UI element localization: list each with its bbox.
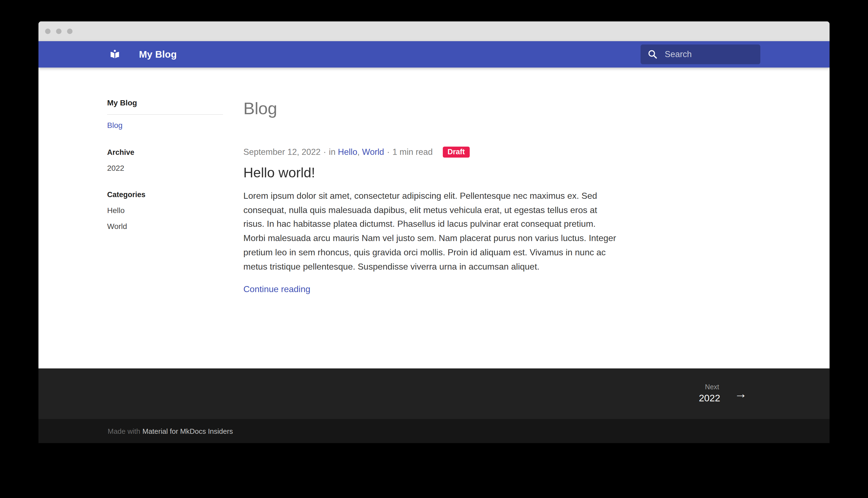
content-grid: My Blog Blog Archive 2022 Categories Hel… (99, 67, 769, 368)
post-read-time: 1 min read (392, 147, 432, 157)
next-direction-label: Next (699, 383, 720, 391)
page-title: Blog (243, 99, 621, 119)
sidebar-nav: My Blog Blog Archive 2022 Categories Hel… (99, 67, 236, 368)
footer-pagination: Next 2022 → (38, 368, 830, 419)
sidebar-divider (107, 114, 223, 115)
browser-titlebar (38, 22, 830, 41)
main-column: Blog September 12, 2022 · in Hello, Worl… (236, 67, 621, 368)
post-excerpt: Lorem ipsum dolor sit amet, consectetur … (243, 189, 619, 273)
traffic-light-minimize-icon[interactable] (56, 28, 62, 34)
footer-meta-bar: Made with Material for MkDocs Insiders (38, 419, 830, 443)
sidebar-section-categories-title: Categories (107, 191, 236, 199)
post-date: September 12, 2022 (243, 147, 321, 157)
arrow-right-icon: → (735, 388, 747, 400)
sidebar-item-hello[interactable]: Hello (107, 206, 236, 215)
app-header-inner: My Blog (99, 41, 769, 67)
post-category-link-hello[interactable]: Hello (338, 147, 358, 157)
sidebar-item-blog[interactable]: Blog (107, 121, 122, 130)
sidebar-item-2022[interactable]: 2022 (107, 163, 236, 172)
sidebar-item-world[interactable]: World (107, 222, 236, 231)
browser-window: My Blog My Blog Blog Archive (38, 22, 830, 443)
meta-separator: · (387, 147, 389, 157)
content-area: My Blog Blog Archive 2022 Categories Hel… (38, 67, 830, 368)
post-title[interactable]: Hello world! (243, 165, 621, 181)
search-input[interactable] (640, 44, 760, 64)
traffic-light-close-icon[interactable] (45, 28, 51, 34)
app-header: My Blog (38, 41, 830, 67)
footer-pagination-inner: Next 2022 → (99, 368, 769, 419)
open-book-person-icon[interactable] (109, 49, 120, 60)
sidebar-section-archive-title: Archive (107, 148, 236, 157)
mkdocs-brand-link[interactable]: Material for MkDocs Insiders (143, 427, 233, 435)
page-scale-wrapper: My Blog My Blog Blog Archive (0, 0, 868, 498)
post-in-label: in (329, 147, 335, 157)
made-with-label: Made with (108, 427, 140, 435)
search-container (640, 44, 760, 64)
post-category-link-world[interactable]: World (362, 147, 384, 157)
draft-status-badge: Draft (442, 147, 470, 158)
continue-reading-link[interactable]: Continue reading (243, 285, 310, 294)
traffic-light-zoom-icon[interactable] (67, 28, 73, 34)
next-page-link[interactable]: Next 2022 → (699, 383, 747, 404)
meta-separator: · (323, 147, 326, 157)
header-site-title[interactable]: My Blog (139, 49, 177, 60)
footer-meta-inner: Made with Material for MkDocs Insiders (99, 419, 769, 443)
next-page-title: 2022 (699, 393, 720, 404)
sidebar-site-title: My Blog (107, 98, 236, 107)
next-page-text: Next 2022 (699, 383, 720, 404)
category-separator: , (358, 147, 360, 157)
post-meta: September 12, 2022 · in Hello, World · 1… (243, 147, 621, 158)
